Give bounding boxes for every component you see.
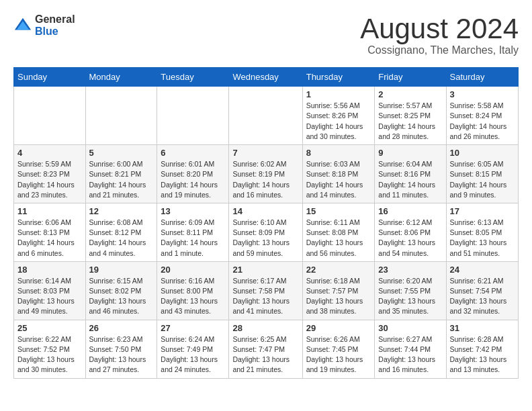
day-info: Sunrise: 6:09 AM Sunset: 8:11 PM Dayligh… [161,218,225,259]
logo: General Blue [13,13,75,37]
day-number: 4 [17,148,82,158]
day-info: Sunrise: 6:24 AM Sunset: 7:49 PM Dayligh… [161,334,225,375]
day-info: Sunrise: 5:57 AM Sunset: 8:25 PM Dayligh… [378,101,442,142]
calendar-week-row: 11Sunrise: 6:06 AM Sunset: 8:13 PM Dayli… [14,203,519,261]
day-info: Sunrise: 6:28 AM Sunset: 7:42 PM Dayligh… [450,334,515,375]
logo-icon [13,16,32,35]
day-number: 26 [89,323,154,333]
day-info: Sunrise: 5:58 AM Sunset: 8:24 PM Dayligh… [450,101,515,142]
day-info: Sunrise: 6:03 AM Sunset: 8:18 PM Dayligh… [306,159,371,200]
calendar-cell: 1Sunrise: 5:56 AM Sunset: 8:26 PM Daylig… [302,87,375,145]
day-number: 12 [89,206,154,216]
day-number: 2 [378,89,442,99]
calendar-cell: 21Sunrise: 6:17 AM Sunset: 7:58 PM Dayli… [229,261,302,320]
day-number: 11 [17,206,82,216]
header-monday: Monday [85,68,157,87]
day-info: Sunrise: 6:17 AM Sunset: 7:58 PM Dayligh… [232,276,298,317]
calendar-cell: 7Sunrise: 6:02 AM Sunset: 8:19 PM Daylig… [229,145,302,203]
calendar-cell: 18Sunrise: 6:14 AM Sunset: 8:03 PM Dayli… [14,261,86,320]
day-info: Sunrise: 6:14 AM Sunset: 8:03 PM Dayligh… [17,276,82,317]
day-info: Sunrise: 6:16 AM Sunset: 8:00 PM Dayligh… [161,276,225,317]
day-number: 8 [306,148,371,158]
day-info: Sunrise: 6:10 AM Sunset: 8:09 PM Dayligh… [232,218,298,259]
day-number: 25 [17,323,82,333]
calendar-cell: 11Sunrise: 6:06 AM Sunset: 8:13 PM Dayli… [14,203,86,261]
day-number: 16 [378,206,442,216]
day-info: Sunrise: 5:59 AM Sunset: 8:23 PM Dayligh… [17,159,82,200]
day-number: 15 [306,206,371,216]
day-info: Sunrise: 6:26 AM Sunset: 7:45 PM Dayligh… [306,334,371,375]
header-sunday: Sunday [14,68,86,87]
day-info: Sunrise: 6:21 AM Sunset: 7:54 PM Dayligh… [450,276,515,317]
day-info: Sunrise: 6:05 AM Sunset: 8:15 PM Dayligh… [450,159,515,200]
title-area: August 2024 Cossignano, The Marches, Ita… [360,13,519,56]
day-number: 19 [89,265,154,275]
calendar-cell: 25Sunrise: 6:22 AM Sunset: 7:52 PM Dayli… [14,320,86,378]
logo-text: General Blue [35,13,75,37]
day-info: Sunrise: 6:12 AM Sunset: 8:06 PM Dayligh… [378,218,442,259]
page-header: General Blue August 2024 Cossignano, The… [13,13,519,56]
day-number: 7 [232,148,298,158]
day-number: 5 [89,148,154,158]
calendar-cell [229,87,302,145]
calendar-cell: 3Sunrise: 5:58 AM Sunset: 8:24 PM Daylig… [446,87,518,145]
calendar-cell: 6Sunrise: 6:01 AM Sunset: 8:20 PM Daylig… [157,145,229,203]
day-number: 17 [450,206,515,216]
header-tuesday: Tuesday [157,68,229,87]
calendar-week-row: 1Sunrise: 5:56 AM Sunset: 8:26 PM Daylig… [14,87,519,145]
calendar-cell: 24Sunrise: 6:21 AM Sunset: 7:54 PM Dayli… [446,261,518,320]
calendar-cell: 26Sunrise: 6:23 AM Sunset: 7:50 PM Dayli… [85,320,157,378]
day-number: 1 [306,89,371,99]
header-saturday: Saturday [446,68,518,87]
day-number: 13 [161,206,225,216]
day-info: Sunrise: 6:01 AM Sunset: 8:20 PM Dayligh… [161,159,225,200]
day-info: Sunrise: 6:20 AM Sunset: 7:55 PM Dayligh… [378,276,442,317]
day-number: 20 [161,265,225,275]
day-number: 21 [232,265,298,275]
calendar-week-row: 18Sunrise: 6:14 AM Sunset: 8:03 PM Dayli… [14,261,519,320]
calendar-week-row: 25Sunrise: 6:22 AM Sunset: 7:52 PM Dayli… [14,320,519,378]
calendar-cell: 13Sunrise: 6:09 AM Sunset: 8:11 PM Dayli… [157,203,229,261]
calendar-cell: 10Sunrise: 6:05 AM Sunset: 8:15 PM Dayli… [446,145,518,203]
header-wednesday: Wednesday [229,68,302,87]
day-number: 31 [450,323,515,333]
day-info: Sunrise: 6:04 AM Sunset: 8:16 PM Dayligh… [378,159,442,200]
day-info: Sunrise: 6:06 AM Sunset: 8:13 PM Dayligh… [17,218,82,259]
header-friday: Friday [375,68,446,87]
calendar-cell: 9Sunrise: 6:04 AM Sunset: 8:16 PM Daylig… [375,145,446,203]
day-info: Sunrise: 6:22 AM Sunset: 7:52 PM Dayligh… [17,334,82,375]
calendar-cell: 27Sunrise: 6:24 AM Sunset: 7:49 PM Dayli… [157,320,229,378]
header-thursday: Thursday [302,68,375,87]
day-info: Sunrise: 6:08 AM Sunset: 8:12 PM Dayligh… [89,218,154,259]
calendar-cell: 29Sunrise: 6:26 AM Sunset: 7:45 PM Dayli… [302,320,375,378]
calendar-cell: 30Sunrise: 6:27 AM Sunset: 7:44 PM Dayli… [375,320,446,378]
day-info: Sunrise: 6:15 AM Sunset: 8:02 PM Dayligh… [89,276,154,317]
calendar-cell: 16Sunrise: 6:12 AM Sunset: 8:06 PM Dayli… [375,203,446,261]
day-number: 6 [161,148,225,158]
day-info: Sunrise: 6:11 AM Sunset: 8:08 PM Dayligh… [306,218,371,259]
location-subtitle: Cossignano, The Marches, Italy [360,44,519,56]
logo-general-text: General [35,13,75,26]
calendar-cell [157,87,229,145]
day-number: 22 [306,265,371,275]
day-info: Sunrise: 6:23 AM Sunset: 7:50 PM Dayligh… [89,334,154,375]
day-number: 27 [161,323,225,333]
day-number: 14 [232,206,298,216]
calendar-cell: 2Sunrise: 5:57 AM Sunset: 8:25 PM Daylig… [375,87,446,145]
calendar-cell: 23Sunrise: 6:20 AM Sunset: 7:55 PM Dayli… [375,261,446,320]
calendar-cell: 31Sunrise: 6:28 AM Sunset: 7:42 PM Dayli… [446,320,518,378]
day-number: 9 [378,148,442,158]
calendar-cell: 12Sunrise: 6:08 AM Sunset: 8:12 PM Dayli… [85,203,157,261]
day-number: 10 [450,148,515,158]
day-number: 3 [450,89,515,99]
day-info: Sunrise: 6:18 AM Sunset: 7:57 PM Dayligh… [306,276,371,317]
calendar-cell: 8Sunrise: 6:03 AM Sunset: 8:18 PM Daylig… [302,145,375,203]
day-number: 29 [306,323,371,333]
calendar-cell [85,87,157,145]
day-number: 28 [232,323,298,333]
day-number: 23 [378,265,442,275]
day-info: Sunrise: 6:00 AM Sunset: 8:21 PM Dayligh… [89,159,154,200]
calendar-cell: 15Sunrise: 6:11 AM Sunset: 8:08 PM Dayli… [302,203,375,261]
day-info: Sunrise: 6:13 AM Sunset: 8:05 PM Dayligh… [450,218,515,259]
calendar-cell: 17Sunrise: 6:13 AM Sunset: 8:05 PM Dayli… [446,203,518,261]
